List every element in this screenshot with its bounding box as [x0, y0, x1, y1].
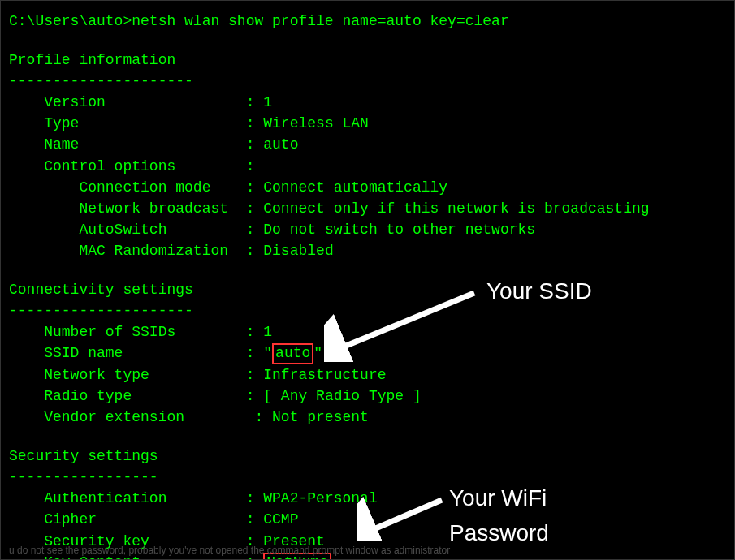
row-network-type: Network type : Infrastructure — [9, 364, 726, 386]
row-autoswitch: AutoSwitch : Do not switch to other netw… — [9, 219, 726, 240]
section-header-security: Security settings — [9, 446, 726, 467]
prompt-path: C:\Users\auto> — [9, 13, 132, 29]
section-header-profile: Profile information — [9, 50, 726, 71]
svg-line-1 — [336, 293, 474, 350]
ssid-highlight: auto — [272, 343, 313, 364]
row-vendor-extension: Vendor extension : Not present — [9, 407, 726, 428]
row-type: Type : Wireless LAN — [9, 113, 726, 134]
row-radio-type: Radio type : [ Any Radio Type ] — [9, 386, 726, 407]
row-version: Version : 1 — [9, 92, 726, 113]
row-name: Name : auto — [9, 134, 726, 155]
row-connection-mode: Connection mode : Connect automatically — [9, 177, 726, 198]
arrow-ssid-icon — [324, 289, 478, 362]
command-prompt-line: C:\Users\auto>netsh wlan show profile na… — [9, 11, 726, 32]
svg-line-3 — [366, 500, 442, 532]
annotation-password-2: Password — [449, 517, 549, 550]
footer-hint: u do not see the password, probably you'… — [9, 544, 450, 558]
row-mac-randomization: MAC Randomization : Disabled — [9, 240, 726, 261]
arrow-password-icon — [357, 496, 446, 541]
divider: --------------------- — [9, 71, 726, 92]
annotation-ssid: Your SSID — [486, 275, 592, 308]
command-text: netsh wlan show profile name=auto key=cl… — [132, 13, 508, 29]
divider: ----------------- — [9, 467, 726, 488]
row-control-options: Control options : — [9, 156, 726, 177]
row-network-broadcast: Network broadcast : Connect only if this… — [9, 198, 726, 219]
annotation-password-1: Your WiFi — [449, 482, 547, 515]
